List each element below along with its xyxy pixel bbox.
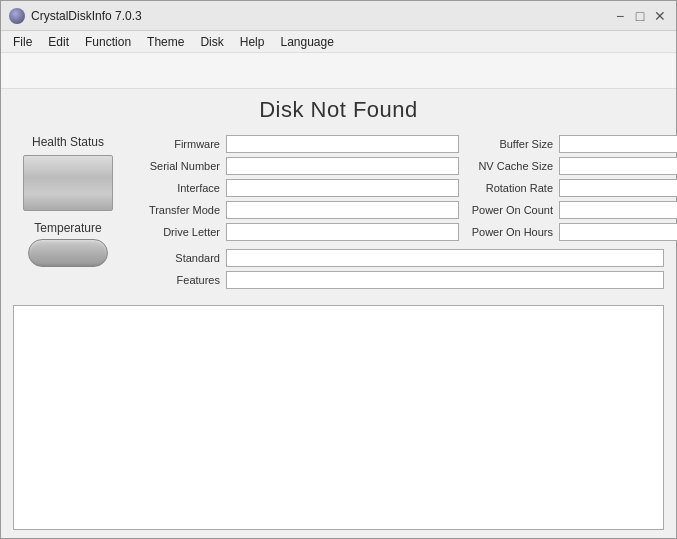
toolbar [1,53,676,89]
transfer-input[interactable] [226,201,459,219]
nvcache-input[interactable] [559,157,677,175]
temperature-display [28,239,108,267]
serial-label: Serial Number [131,160,226,172]
driveletter-row: Drive Letter [131,223,459,241]
disk-title: Disk Not Found [13,97,664,123]
left-panel: Health Status Temperature [13,135,123,293]
buffersize-input[interactable] [559,135,677,153]
powercount-row: Power On Count [459,201,664,219]
app-icon [9,8,25,24]
standard-row: Standard [131,249,664,267]
health-label: Health Status [32,135,104,149]
minimize-button[interactable]: − [612,8,628,24]
serial-input[interactable] [226,157,459,175]
powerhours-label: Power On Hours [459,226,559,238]
disk-data-area [13,305,664,530]
rotationrate-label: Rotation Rate [459,182,559,194]
health-status-box [23,155,113,211]
transfer-label: Transfer Mode [131,204,226,216]
close-button[interactable]: ✕ [652,8,668,24]
features-label: Features [131,274,226,286]
right-fields: Buffer Size NV Cache Size Rotation Rate [459,135,664,245]
center-fields: Firmware Serial Number Interface Tr [131,135,459,245]
powerhours-row: Power On Hours [459,223,664,241]
app-window: CrystalDiskInfo 7.0.3 − □ ✕ File Edit Fu… [0,0,677,539]
interface-label: Interface [131,182,226,194]
maximize-button[interactable]: □ [632,8,648,24]
driveletter-label: Drive Letter [131,226,226,238]
standard-label: Standard [131,252,226,264]
buffersize-label: Buffer Size [459,138,559,150]
standard-input[interactable] [226,249,664,267]
menu-theme[interactable]: Theme [139,33,192,51]
features-input[interactable] [226,271,664,289]
firmware-row: Firmware [131,135,459,153]
firmware-label: Firmware [131,138,226,150]
powercount-input[interactable] [559,201,677,219]
menu-function[interactable]: Function [77,33,139,51]
buffersize-row: Buffer Size [459,135,664,153]
app-title: CrystalDiskInfo 7.0.3 [31,9,612,23]
window-controls: − □ ✕ [612,8,668,24]
firmware-input[interactable] [226,135,459,153]
menu-help[interactable]: Help [232,33,273,51]
title-bar: CrystalDiskInfo 7.0.3 − □ ✕ [1,1,676,31]
features-row: Features [131,271,664,289]
temperature-label: Temperature [34,221,101,235]
info-section: Health Status Temperature Firmware Seria… [13,135,664,293]
interface-input[interactable] [226,179,459,197]
menu-edit[interactable]: Edit [40,33,77,51]
interface-row: Interface [131,179,459,197]
nvcache-label: NV Cache Size [459,160,559,172]
menu-file[interactable]: File [5,33,40,51]
rotationrate-input[interactable] [559,179,677,197]
menu-language[interactable]: Language [272,33,341,51]
menu-disk[interactable]: Disk [192,33,231,51]
menu-bar: File Edit Function Theme Disk Help Langu… [1,31,676,53]
powerhours-input[interactable] [559,223,677,241]
nvcache-row: NV Cache Size [459,157,664,175]
driveletter-input[interactable] [226,223,459,241]
main-info: Firmware Serial Number Interface Tr [131,135,664,293]
transfer-row: Transfer Mode [131,201,459,219]
powercount-label: Power On Count [459,204,559,216]
content-area: Disk Not Found Health Status Temperature… [1,89,676,538]
serial-row: Serial Number [131,157,459,175]
rotationrate-row: Rotation Rate [459,179,664,197]
